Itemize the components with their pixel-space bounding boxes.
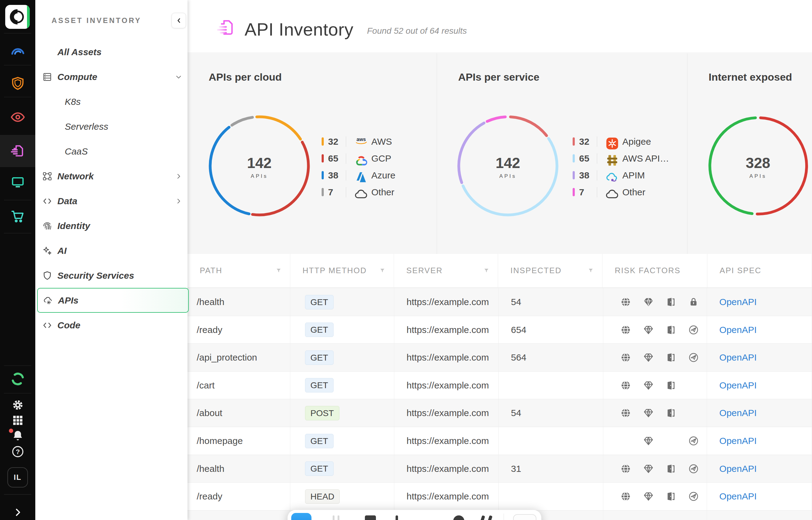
cell-path: /ready	[188, 316, 290, 344]
column-header-inspected[interactable]: INSPECTED	[498, 254, 602, 287]
rail-item-monitor[interactable]	[0, 174, 35, 190]
sidebar-item-network[interactable]: Network	[35, 164, 188, 188]
api-table: PATHHTTP METHODSERVERINSPECTEDRISK FACTO…	[188, 254, 812, 520]
filter-icon[interactable]	[379, 267, 386, 274]
workspace-button[interactable]: IL	[7, 467, 28, 488]
sidebar-collapse-button[interactable]	[172, 13, 186, 28]
gcp-icon	[354, 153, 368, 164]
rail-item-help[interactable]: ?	[0, 444, 35, 459]
logo-accent-stripe	[27, 5, 30, 29]
svg-text:?: ?	[16, 448, 20, 456]
cell-api-spec: OpenAPI	[707, 316, 812, 344]
sidebar-item-security-services[interactable]: Security Services	[35, 263, 188, 288]
toolbar-fragment[interactable]	[365, 515, 376, 520]
risk-globe-icon	[620, 352, 631, 363]
table-row[interactable]: /api_protectionGEThttps://example.com564…	[188, 343, 812, 371]
table-row[interactable]: /homepageGEThttps://example.comOpenAPI	[188, 427, 812, 455]
toolbar-fragment[interactable]	[486, 515, 493, 520]
sidebar-item-all-assets[interactable]: All Assets	[35, 40, 188, 64]
filter-icon[interactable]	[587, 267, 594, 274]
cell-path: /ready	[188, 483, 290, 510]
risk-plane-icon	[688, 352, 699, 363]
rail-item-notifications[interactable]	[0, 428, 35, 443]
rail-expand-button[interactable]	[0, 505, 35, 519]
rail-item-apps[interactable]	[0, 413, 35, 427]
risk-globe-icon	[620, 408, 631, 418]
rail-item-shield[interactable]	[0, 75, 35, 92]
column-header-http-method[interactable]: HTTP METHOD	[290, 254, 394, 287]
aws-api-icon	[605, 153, 619, 164]
cell-path: /health	[188, 288, 290, 316]
sidebar-item-k8s[interactable]: K8s	[35, 89, 188, 114]
toolbar-secondary-button[interactable]	[513, 514, 536, 520]
api-spec-link[interactable]: OpenAPI	[719, 325, 757, 335]
rail-item-sync[interactable]	[0, 370, 35, 388]
donut-chart: 142APIs	[453, 111, 563, 221]
table-row[interactable]: /readyGEThttps://example.com654OpenAPI	[188, 316, 812, 344]
table-row[interactable]: /healthGEThttps://example.com54OpenAPI	[188, 288, 812, 316]
rail-item-eye[interactable]	[0, 109, 35, 125]
cell-risk-factors	[603, 399, 707, 427]
cell-server: https://example.com	[394, 344, 499, 371]
method-chip: POST	[305, 406, 339, 420]
filter-icon[interactable]	[275, 267, 282, 274]
sidebar-item-compute[interactable]: Compute	[35, 64, 188, 89]
page-title: API Inventory	[245, 19, 353, 40]
column-header-path[interactable]: PATH	[188, 254, 290, 287]
toolbar-divider	[503, 514, 504, 520]
table-row[interactable]: /cartGEThttps://example.comOpenAPI	[188, 371, 812, 399]
column-header-risk-factors[interactable]: RISK FACTORS	[602, 254, 707, 287]
api-spec-link[interactable]: OpenAPI	[719, 491, 757, 502]
rail-item-cloud-radar[interactable]	[0, 44, 35, 59]
sidebar: ASSET INVENTORY All AssetsComputeK8sServ…	[35, 0, 188, 520]
notification-badge	[9, 428, 13, 433]
risk-globe-icon	[620, 491, 631, 502]
rail-item-settings[interactable]	[0, 398, 35, 412]
toolbar-fragment[interactable]	[333, 515, 335, 520]
sidebar-item-label: Serverless	[65, 122, 108, 132]
cell-risk-factors	[603, 483, 707, 510]
sidebar-item-code[interactable]: Code	[35, 313, 188, 338]
api-spec-link[interactable]: OpenAPI	[719, 436, 757, 446]
toolbar-fragment[interactable]	[478, 515, 485, 520]
donut-total: 328	[727, 155, 789, 172]
aws-icon: aws	[354, 136, 368, 147]
donut-total: 142	[477, 155, 539, 172]
toolbar-fragment[interactable]	[396, 515, 398, 520]
api-spec-link[interactable]: OpenAPI	[719, 297, 757, 307]
toolbar-fragment[interactable]	[453, 515, 464, 520]
cell-api-spec: OpenAPI	[707, 399, 812, 427]
method-chip: HEAD	[305, 489, 340, 504]
rail-item-cart[interactable]	[0, 208, 35, 225]
api-spec-link[interactable]: OpenAPI	[719, 352, 757, 363]
method-chip: GET	[305, 378, 334, 392]
page-header: API Inventory Found 52 out of 64 results	[188, 0, 812, 53]
app-logo[interactable]	[5, 5, 30, 29]
table-row[interactable]: /readyHEADhttps://example.comOpenAPI	[188, 482, 812, 510]
filter-icon[interactable]	[483, 267, 490, 274]
sidebar-item-apis[interactable]: APIs	[37, 288, 189, 313]
sidebar-item-caas[interactable]: CaaS	[35, 139, 188, 164]
column-header-server[interactable]: SERVER	[394, 254, 498, 287]
cell-inspected: 564	[499, 344, 603, 371]
legend-value: 7	[328, 187, 346, 198]
api-spec-link[interactable]: OpenAPI	[719, 408, 757, 418]
cell-inspected	[499, 372, 603, 399]
legend-color-bar	[322, 188, 324, 196]
table-row[interactable]: /healthGEThttps://example.com31OpenAPI	[188, 455, 812, 483]
sidebar-item-ai[interactable]: AI	[35, 238, 188, 263]
legend-label: Other	[371, 187, 394, 198]
method-chip: GET	[305, 350, 334, 365]
sidebar-item-identity[interactable]: Identity	[35, 213, 188, 238]
sidebar-item-serverless[interactable]: Serverless	[35, 114, 188, 139]
chevron-right-icon	[175, 172, 182, 180]
toolbar-fragment[interactable]	[338, 515, 339, 520]
api-spec-link[interactable]: OpenAPI	[719, 380, 757, 391]
api-spec-link[interactable]: OpenAPI	[719, 464, 757, 474]
sidebar-item-data[interactable]: Data	[35, 188, 188, 213]
table-row[interactable]: /aboutPOSThttps://example.com54OpenAPI	[188, 399, 812, 427]
rail-item-api-doc[interactable]	[0, 143, 35, 159]
column-header-api-spec[interactable]: API SPEC	[707, 254, 812, 287]
legend-row: 32Apigee	[573, 133, 669, 150]
toolbar-app-icon[interactable]	[291, 513, 312, 520]
